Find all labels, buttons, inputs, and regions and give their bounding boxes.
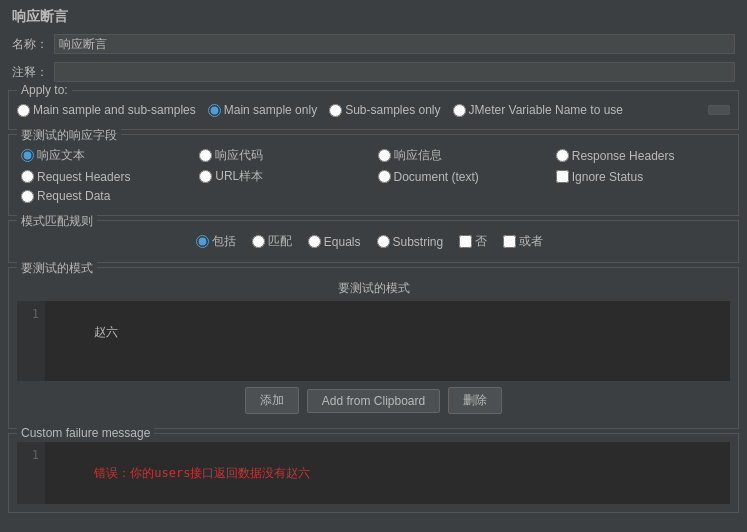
pattern-matching-legend: 模式匹配规则 (17, 213, 97, 230)
failure-editor: 1 错误：你的users接口返回数据没有赵六 (17, 442, 730, 504)
name-label: 名称： (12, 36, 48, 53)
apply-sub-only[interactable]: Sub-samples only (329, 103, 440, 117)
pattern-equals[interactable]: Equals (308, 235, 361, 249)
field-document[interactable]: Document (text) (378, 168, 540, 185)
field-req-data[interactable]: Request Data (21, 189, 183, 203)
pattern-substring[interactable]: Substring (377, 235, 444, 249)
custom-failure-legend: Custom failure message (17, 426, 154, 440)
page-title: 响应断言 (0, 0, 747, 30)
action-buttons: 添加 Add from Clipboard 删除 (17, 381, 730, 420)
response-fields-section: 要测试的响应字段 响应文本 响应代码 响应信息 Response Headers… (8, 134, 739, 216)
jmeter-var-button[interactable] (708, 105, 730, 115)
field-ignore-status[interactable]: Ignore Status (556, 168, 718, 185)
test-mode-editor: 1 赵六 (17, 301, 730, 381)
apply-to-options: Main sample and sub-samples Main sample … (17, 95, 730, 121)
comment-row: 注释： (0, 58, 747, 86)
name-input[interactable] (54, 34, 735, 54)
test-mode-section: 要测试的模式 要测试的模式 1 赵六 添加 Add from Clipboard… (8, 267, 739, 429)
comment-input[interactable] (54, 62, 735, 82)
apply-to-legend: Apply to: (17, 83, 72, 97)
test-mode-header: 要测试的模式 (17, 272, 730, 297)
pattern-matches[interactable]: 匹配 (252, 233, 292, 250)
comment-label: 注释： (12, 64, 48, 81)
test-mode-legend: 要测试的模式 (17, 260, 97, 277)
field-req-headers[interactable]: Request Headers (21, 168, 183, 185)
field-resp-text[interactable]: 响应文本 (21, 147, 183, 164)
pattern-matching-section: 模式匹配规则 包括 匹配 Equals Substring 否 或者 (8, 220, 739, 263)
apply-main-only[interactable]: Main sample only (208, 103, 317, 117)
pattern-contains[interactable]: 包括 (196, 233, 236, 250)
apply-to-section: Apply to: Main sample and sub-samples Ma… (8, 90, 739, 130)
pattern-negate[interactable]: 否 (459, 233, 487, 250)
pattern-or[interactable]: 或者 (503, 233, 543, 250)
failure-line-numbers: 1 (17, 442, 45, 504)
response-fields-legend: 要测试的响应字段 (17, 127, 121, 144)
add-button[interactable]: 添加 (245, 387, 299, 414)
test-mode-content: 赵六 (45, 301, 730, 381)
field-resp-code[interactable]: 响应代码 (199, 147, 361, 164)
apply-jmeter-var[interactable]: JMeter Variable Name to use (453, 103, 624, 117)
custom-failure-section: Custom failure message 1 错误：你的users接口返回数… (8, 433, 739, 513)
add-clipboard-button[interactable]: Add from Clipboard (307, 389, 440, 413)
response-fields-grid: 响应文本 响应代码 响应信息 Response Headers Request … (17, 139, 730, 207)
delete-button[interactable]: 删除 (448, 387, 502, 414)
field-resp-msg[interactable]: 响应信息 (378, 147, 540, 164)
pattern-options: 包括 匹配 Equals Substring 否 或者 (17, 225, 730, 254)
line-numbers: 1 (17, 301, 45, 381)
name-row: 名称： (0, 30, 747, 58)
field-resp-headers[interactable]: Response Headers (556, 147, 718, 164)
failure-content: 错误：你的users接口返回数据没有赵六 (45, 442, 730, 504)
apply-main-sub[interactable]: Main sample and sub-samples (17, 103, 196, 117)
field-url-sample[interactable]: URL样本 (199, 168, 361, 185)
error-text: 错误：你的users接口返回数据没有赵六 (94, 466, 310, 480)
